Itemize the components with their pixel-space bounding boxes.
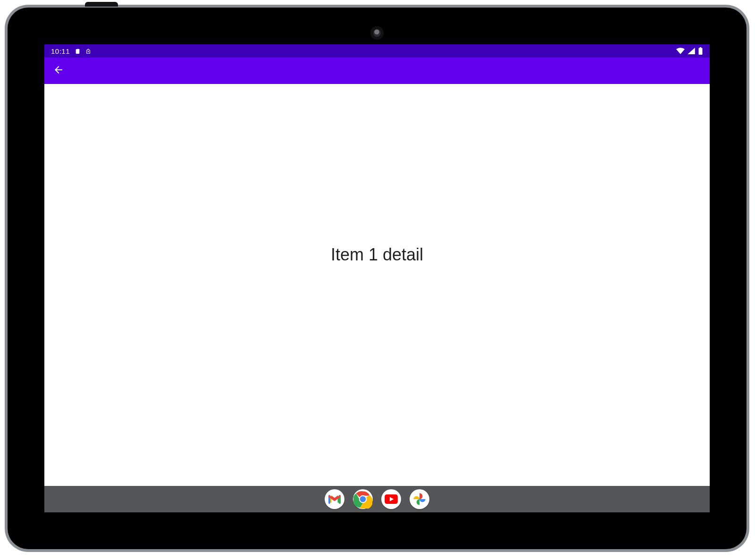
status-time: 10:11	[51, 47, 70, 55]
sim-card-icon	[75, 48, 81, 55]
photos-app-icon[interactable]	[410, 489, 429, 509]
screen: 10:11	[44, 44, 710, 512]
youtube-app-icon[interactable]	[381, 489, 401, 509]
power-button	[85, 2, 118, 7]
svg-rect-1	[699, 48, 703, 55]
tablet-bezel: 10:11	[8, 8, 747, 549]
shelf	[44, 486, 710, 512]
svg-rect-2	[700, 47, 701, 48]
chrome-app-icon[interactable]	[353, 489, 373, 509]
battery-saver-icon	[85, 48, 91, 55]
app-bar	[44, 58, 710, 84]
item-detail-text: Item 1 detail	[331, 245, 423, 265]
cell-signal-icon	[688, 48, 695, 54]
arrow-back-icon	[53, 64, 64, 77]
tablet-frame: 10:11	[5, 5, 749, 552]
status-bar-left: 10:11	[51, 47, 91, 55]
front-camera	[370, 26, 384, 40]
status-bar-right	[676, 47, 703, 55]
wifi-icon	[676, 48, 685, 54]
svg-point-5	[360, 496, 366, 502]
battery-icon	[698, 47, 703, 55]
gmail-app-icon[interactable]	[325, 489, 344, 509]
content-area: Item 1 detail	[44, 84, 710, 486]
back-button[interactable]	[49, 61, 68, 80]
status-bar: 10:11	[44, 44, 710, 58]
